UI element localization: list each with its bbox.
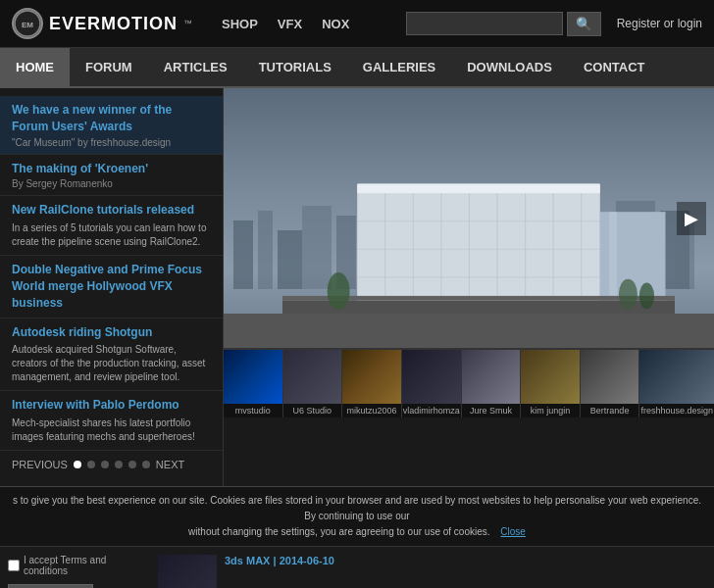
- cookie-banner: s to give you the best experience on our…: [0, 486, 714, 546]
- nav-dot-4[interactable]: [115, 461, 123, 468]
- svg-rect-2: [233, 220, 253, 289]
- thumb-label-3: vladimirhomza: [402, 404, 461, 417]
- svg-point-27: [328, 272, 350, 310]
- hero-nav-right[interactable]: ▶: [677, 202, 706, 235]
- svg-text:EM: EM: [22, 21, 33, 29]
- bottom-section: I accept Terms and conditions SUBSCRIBE …: [0, 546, 714, 588]
- shop-link[interactable]: SHOP: [222, 17, 258, 31]
- header: EM EVERMOTION ™ SHOP VFX NOX 🔍 Register …: [0, 0, 714, 48]
- thumb-0[interactable]: mvstudio: [224, 350, 283, 417]
- thumb-2[interactable]: mikutzu2006: [342, 350, 402, 417]
- nav-tutorials[interactable]: TUTORIALS: [243, 48, 347, 86]
- hero-image: ▶: [224, 88, 714, 348]
- subscribe-area: I accept Terms and conditions: [8, 555, 150, 576]
- news-title-0[interactable]: 3ds MAX | 2014-06-10: [225, 555, 334, 566]
- thumb-4[interactable]: Jure Smuk: [462, 350, 522, 417]
- nav-dot-5[interactable]: [128, 461, 136, 468]
- thumbnails: mvstudio U6 Studio mikutzu2006 vladimirh…: [224, 348, 714, 417]
- thumb-label-2: mikutzu2006: [342, 404, 401, 417]
- logo-icon: EM: [12, 8, 43, 39]
- cookie-text: s to give you the best experience on our…: [13, 495, 701, 521]
- svg-rect-24: [609, 212, 617, 305]
- prev-label[interactable]: PREVIOUS: [12, 459, 68, 470]
- nav-dot-1[interactable]: [74, 461, 81, 468]
- nav-downloads[interactable]: DOWNLOADS: [451, 48, 568, 86]
- thumb-5[interactable]: kim jungin: [521, 350, 581, 417]
- top-nav: SHOP VFX NOX: [222, 17, 349, 31]
- cookie-close-link[interactable]: Close: [500, 526, 526, 537]
- cookie-text2: without changing the settings, you are a…: [188, 526, 489, 537]
- terms-checkbox-label: I accept Terms and conditions: [8, 555, 150, 576]
- search-button[interactable]: 🔍: [567, 12, 601, 36]
- vfx-link[interactable]: VFX: [278, 17, 302, 31]
- user-panel: I accept Terms and conditions SUBSCRIBE …: [8, 555, 150, 588]
- nav-arrows: PREVIOUS NEXT: [0, 451, 223, 478]
- nav-home[interactable]: HOME: [0, 48, 70, 86]
- thumb-label-6: Bertrande: [581, 404, 639, 417]
- sidebar-item-5: Interview with Pablo Perdomo Mech-specia…: [0, 391, 223, 451]
- thumb-label-7: freshhouse.design: [639, 404, 714, 417]
- thumb-label-5: kim jungin: [521, 404, 580, 417]
- nav-galleries[interactable]: GALLERIES: [347, 48, 451, 86]
- sidebar-text-2: In a series of 5 tutorials you can learn…: [12, 221, 211, 249]
- terms-checkbox[interactable]: [8, 560, 20, 571]
- thumb-1[interactable]: U6 Studio: [283, 350, 343, 417]
- register-login-link[interactable]: Register or login: [617, 17, 702, 30]
- sidebar-title-2[interactable]: New RailClone tutorials released: [12, 202, 211, 219]
- sidebar-item-0: We have a new winner of the Forum Users'…: [0, 96, 223, 155]
- search-icon: 🔍: [576, 17, 592, 31]
- svg-point-28: [619, 279, 638, 309]
- nav-contact[interactable]: CONTACT: [568, 48, 661, 86]
- sidebar-item-2: New RailClone tutorials released In a se…: [0, 196, 223, 256]
- sidebar-subtitle-0: "Car Museum" by freshhouse.design: [12, 137, 211, 148]
- subscribe-button[interactable]: SUBSCRIBE: [8, 584, 93, 588]
- sidebar-title-1[interactable]: The making of 'Kroenen': [12, 161, 211, 177]
- nox-link[interactable]: NOX: [322, 17, 349, 31]
- sidebar-item-1: The making of 'Kroenen' By Sergey Romane…: [0, 155, 223, 197]
- main-image: ▶ mvstudio U6 Studio mikutzu2006 vladimi…: [224, 88, 714, 486]
- thumb-label-4: Jure Smuk: [462, 404, 521, 417]
- nav-forum[interactable]: FORUM: [70, 48, 148, 86]
- sidebar-text-4: Autodesk acquired Shotgun Software, crea…: [12, 343, 211, 384]
- thumb-label-1: U6 Studio: [283, 404, 342, 417]
- sidebar-subtitle-1: By Sergey Romanenko: [12, 178, 211, 189]
- svg-rect-11: [357, 184, 600, 194]
- sidebar-item-4: Autodesk riding Shotgun Autodesk acquire…: [0, 318, 223, 392]
- sidebar: We have a new winner of the Forum Users'…: [0, 88, 224, 486]
- nav-dot-2[interactable]: [87, 461, 95, 468]
- search-area: 🔍 Register or login: [406, 12, 702, 36]
- nav-articles[interactable]: ARTICLES: [148, 48, 243, 86]
- svg-rect-3: [258, 211, 273, 289]
- thumb-7[interactable]: freshhouse.design: [639, 350, 714, 417]
- sidebar-text-5: Mech-specialist shares his latest portfo…: [12, 416, 211, 444]
- thumb-label-0: mvstudio: [224, 404, 282, 417]
- main-nav: HOME FORUM ARTICLES TUTORIALS GALLERIES …: [0, 48, 714, 88]
- sidebar-title-4[interactable]: Autodesk riding Shotgun: [12, 324, 211, 341]
- logo-tm: ™: [183, 19, 192, 28]
- sidebar-title-3[interactable]: Double Negative and Prime Focus World me…: [12, 262, 211, 311]
- nav-dot-6[interactable]: [142, 461, 150, 468]
- sidebar-title-5[interactable]: Interview with Pablo Perdomo: [12, 397, 211, 414]
- thumb-6[interactable]: Bertrande: [581, 350, 640, 417]
- logo-area: EM EVERMOTION ™: [12, 8, 192, 39]
- next-label[interactable]: NEXT: [156, 459, 184, 470]
- sidebar-item-3: Double Negative and Prime Focus World me…: [0, 256, 223, 318]
- news-thumb-0: [158, 555, 217, 588]
- sidebar-title-0[interactable]: We have a new winner of the Forum Users'…: [12, 102, 211, 135]
- content: We have a new winner of the Forum Users'…: [0, 88, 714, 486]
- news-item-0: 3ds MAX | 2014-06-10: [158, 555, 706, 588]
- news-panel: 3ds MAX | 2014-06-10 E3 2014 trailers an…: [158, 555, 706, 588]
- nav-dot-3[interactable]: [101, 461, 109, 468]
- svg-rect-10: [357, 184, 600, 306]
- svg-point-29: [639, 283, 654, 310]
- logo-text: EVERMOTION: [49, 14, 178, 34]
- thumb-3[interactable]: vladimirhomza: [402, 350, 462, 417]
- search-input[interactable]: [406, 12, 563, 35]
